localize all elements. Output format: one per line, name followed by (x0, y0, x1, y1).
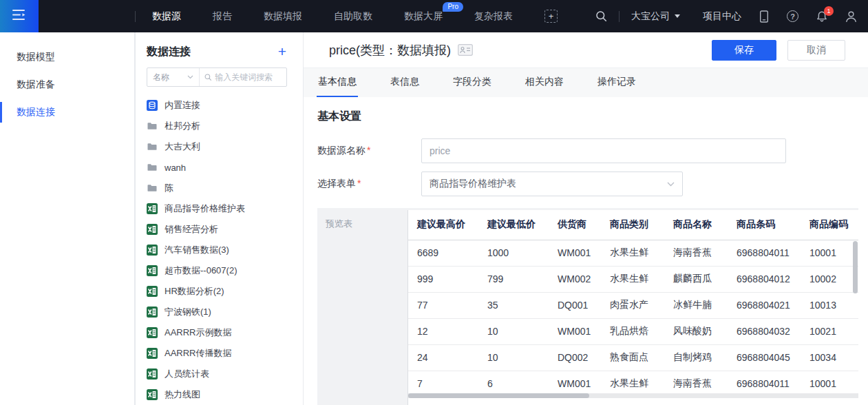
nav-item-0[interactable]: 数据源 (152, 10, 181, 23)
main-panel: price(类型：数据填报) 保存 取消 基本信息表信息字段分类相关内容操作记录… (304, 32, 868, 405)
id-card-icon[interactable] (458, 44, 473, 56)
tree-item-9[interactable]: HR数据分析(2) (136, 281, 303, 302)
preview-section: 预览表 建议最高价建议最低价供货商商品类别商品名称商品条码商品编码6689100… (317, 208, 858, 405)
sidebar-item-1[interactable]: 数据准备 (0, 71, 134, 98)
excel-icon (147, 348, 158, 359)
form-select-row: 选择表单* 商品指导价格维护表 (317, 172, 868, 196)
tree-item-3[interactable]: wanh (136, 157, 303, 178)
save-button[interactable]: 保存 (712, 40, 776, 61)
tree-item-4[interactable]: 陈 (136, 178, 303, 198)
table-cell: 77 (408, 292, 478, 318)
tree-item-label: 热力线图 (165, 388, 200, 401)
sidebar-item-0[interactable]: 数据模型 (0, 43, 134, 71)
mobile-device-icon[interactable] (759, 10, 770, 23)
folder-icon (147, 141, 158, 152)
table-cell: 海南香蕉 (664, 240, 728, 266)
folder-icon (147, 183, 158, 194)
sidebar-menu: 数据模型数据准备数据连接 (0, 43, 134, 126)
keyword-search-input[interactable] (215, 72, 282, 82)
project-center-link[interactable]: 项目中心 (703, 10, 741, 23)
tree-item-0[interactable]: 内置连接 (136, 95, 303, 116)
main-header: price(类型：数据填报) 保存 取消 (304, 32, 868, 68)
add-connection-button[interactable]: + (278, 45, 286, 58)
required-mark: * (357, 178, 361, 189)
tab-3[interactable]: 相关内容 (524, 68, 565, 97)
horizontal-scrollbar-thumb[interactable] (408, 393, 589, 398)
user-avatar-icon[interactable] (845, 10, 857, 23)
table-cell: 自制烤鸡 (664, 344, 728, 371)
form-select-dropdown[interactable]: 商品指导价格维护表 (421, 172, 683, 196)
add-module-icon[interactable]: + (544, 10, 558, 23)
connection-search-bar: 名称 (147, 68, 287, 87)
table-cell: 熟食面点 (601, 344, 664, 371)
excel-icon (147, 286, 158, 297)
tab-2[interactable]: 字段分类 (452, 68, 493, 97)
tree-item-8[interactable]: 超市数据--0607(2) (136, 260, 303, 281)
database-icon (147, 100, 158, 111)
excel-icon (147, 327, 158, 338)
table-cell: 999 (408, 266, 478, 292)
table-header-cell: 供货商 (549, 210, 601, 240)
datasource-name-label: 数据源名称* (317, 145, 421, 157)
table-cell: 10 (478, 344, 549, 371)
notification-bell-icon[interactable]: 1 (816, 10, 828, 23)
preview-table-label: 预览表 (317, 208, 407, 405)
table-cell: WM002 (549, 266, 601, 292)
tree-item-14[interactable]: 热力线图 (136, 384, 303, 405)
sidebar-item-2[interactable]: 数据连接 (0, 98, 134, 126)
tree-item-label: 人员统计表 (165, 368, 209, 380)
nav-item-5[interactable]: 复杂报表 (474, 10, 513, 23)
table-cell: 10001 (801, 240, 858, 266)
tree-item-6[interactable]: 销售经营分析 (136, 219, 303, 240)
required-mark: * (367, 145, 370, 156)
nav-menu: 数据源报告数据填报自助取数数据大屏Pro复杂报表 (152, 10, 544, 23)
chevron-down-icon (667, 182, 675, 187)
table-cell: 麒麟西瓜 (664, 266, 728, 292)
tab-0[interactable]: 基本信息 (317, 68, 358, 97)
folder-icon (147, 121, 158, 132)
tab-1[interactable]: 表信息 (389, 68, 421, 97)
tree-item-12[interactable]: AARRR传播数据 (136, 343, 303, 364)
header-actions: 保存 取消 (712, 40, 845, 61)
tab-4[interactable]: 操作记录 (596, 68, 637, 97)
excel-icon (147, 307, 158, 318)
search-filter-dropdown[interactable]: 名称 (147, 68, 200, 86)
datasource-name-input[interactable] (421, 138, 786, 163)
table-cell: 24 (408, 344, 478, 371)
datasource-name-row: 数据源名称* (317, 138, 868, 163)
tree-item-1[interactable]: 杜邦分析 (136, 116, 303, 136)
caret-down-icon (675, 14, 680, 18)
tree-item-label: 内置连接 (165, 99, 200, 112)
tree-item-7[interactable]: 汽车销售数据(3) (136, 240, 303, 260)
company-selector[interactable]: 大宝公司 (631, 10, 680, 23)
tree-item-5[interactable]: 商品指导价格维护表 (136, 198, 303, 219)
nav-item-3[interactable]: 自助取数 (334, 10, 372, 23)
table-cell: 10013 (801, 292, 858, 318)
cancel-button[interactable]: 取消 (787, 40, 845, 61)
tree-item-2[interactable]: 大吉大利 (136, 136, 303, 157)
table-cell: 6968804011 (728, 240, 801, 266)
tree-item-11[interactable]: AARRR示例数据 (136, 322, 303, 343)
navbar-right: 大宝公司 项目中心 ? 1 (595, 10, 868, 23)
vertical-scrollbar-thumb[interactable] (853, 241, 858, 293)
preview-table: 建议最高价建议最低价供货商商品类别商品名称商品条码商品编码66891000WM0… (408, 210, 858, 397)
table-cell: 10021 (801, 318, 858, 344)
connections-panel-header: 数据连接 + (136, 32, 303, 59)
preview-table-wrap: 建议最高价建议最低价供货商商品类别商品名称商品条码商品编码66891000WM0… (407, 210, 858, 405)
help-icon[interactable]: ? (787, 10, 798, 22)
table-row: 999799WM002水果生鲜麒麟西瓜696880401210002 (408, 266, 858, 292)
table-cell: 6968804045 (728, 344, 801, 371)
search-icon[interactable] (595, 10, 607, 22)
nav-item-4[interactable]: 数据大屏Pro (404, 10, 443, 23)
table-header-row: 建议最高价建议最低价供货商商品类别商品名称商品条码商品编码 (408, 210, 858, 240)
search-input-wrap (200, 72, 286, 82)
app-menu-button[interactable] (0, 0, 39, 32)
excel-icon (147, 265, 158, 276)
nav-divider (135, 11, 136, 22)
nav-item-1[interactable]: 报告 (213, 10, 232, 23)
table-cell: 水果生鲜 (601, 240, 664, 266)
tree-item-10[interactable]: 宁波钢铁(1) (136, 302, 303, 322)
nav-item-2[interactable]: 数据填报 (264, 10, 302, 23)
tree-item-13[interactable]: 人员统计表 (136, 364, 303, 384)
table-header-cell: 商品条码 (728, 210, 801, 240)
